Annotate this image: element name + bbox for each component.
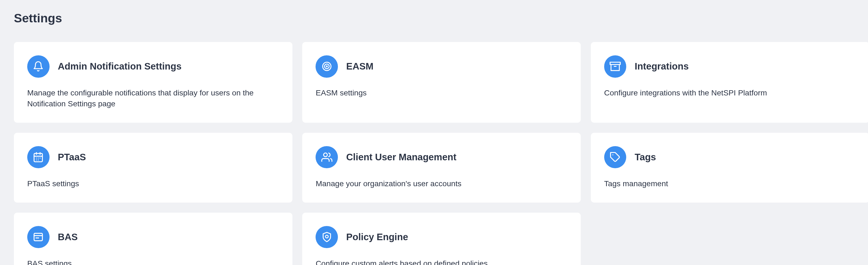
- shield-icon: [316, 226, 338, 248]
- card-header: Integrations: [604, 55, 856, 78]
- svg-rect-14: [34, 233, 42, 241]
- card-description: EASM settings: [316, 87, 567, 99]
- card-easm[interactable]: EASM EASM settings: [302, 42, 581, 123]
- card-admin-notification-settings[interactable]: Admin Notification Settings Manage the c…: [14, 42, 292, 123]
- card-title: Tags: [635, 152, 656, 162]
- card-description: BAS settings: [27, 258, 279, 265]
- card-client-user-management[interactable]: Client User Management Manage your organ…: [302, 133, 581, 203]
- settings-cards-grid: Admin Notification Settings Manage the c…: [14, 42, 868, 265]
- card-title: Client User Management: [346, 152, 457, 162]
- card-description: Configure integrations with the NetSPI P…: [604, 87, 856, 99]
- card-title: PTaaS: [58, 152, 86, 162]
- card-description: Manage your organization's user accounts: [316, 178, 567, 189]
- card-bas[interactable]: BAS BAS settings: [14, 213, 292, 265]
- calendar-icon: [27, 146, 50, 168]
- users-icon: [316, 146, 338, 168]
- window-icon: [27, 226, 50, 248]
- card-header: PTaaS: [27, 146, 279, 168]
- card-policy-engine[interactable]: Policy Engine Configure custom alerts ba…: [302, 213, 581, 265]
- card-description: PTaaS settings: [27, 178, 279, 189]
- card-description: Configure custom alerts based on defined…: [316, 258, 567, 265]
- archive-icon: [604, 55, 626, 78]
- tag-icon: [604, 146, 626, 168]
- svg-point-2: [326, 66, 327, 67]
- target-icon: [316, 55, 338, 78]
- card-title: BAS: [58, 232, 78, 242]
- svg-point-12: [323, 153, 327, 157]
- card-title: Admin Notification Settings: [58, 61, 182, 72]
- card-integrations[interactable]: Integrations Configure integrations with…: [591, 42, 868, 123]
- card-ptaas[interactable]: PTaaS PTaaS settings: [14, 133, 292, 203]
- card-tags[interactable]: Tags Tags management: [591, 133, 868, 203]
- bell-icon: [27, 55, 50, 78]
- card-header: Admin Notification Settings: [27, 55, 279, 78]
- page-title: Settings: [14, 11, 868, 25]
- card-header: Client User Management: [316, 146, 567, 168]
- card-title: Policy Engine: [346, 232, 408, 242]
- card-title: EASM: [346, 61, 374, 72]
- card-description: Tags management: [604, 178, 856, 189]
- card-title: Integrations: [635, 61, 689, 72]
- svg-point-17: [326, 235, 328, 238]
- card-header: Policy Engine: [316, 226, 567, 248]
- card-header: EASM: [316, 55, 567, 78]
- card-header: BAS: [27, 226, 279, 248]
- card-header: Tags: [604, 146, 856, 168]
- card-description: Manage the configurable notifications th…: [27, 87, 279, 109]
